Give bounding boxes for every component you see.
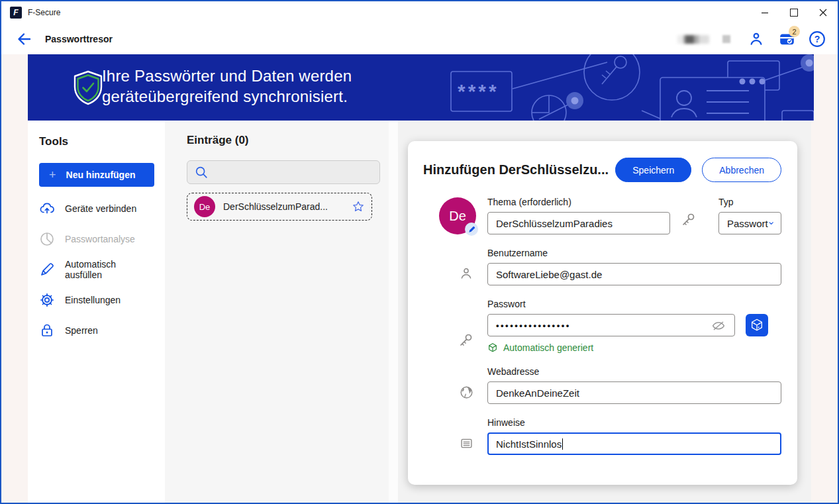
typ-value: Passwort	[727, 218, 768, 229]
entry-list-item[interactable]: De DerSchlüsselzumParad...	[187, 193, 372, 221]
avatar-edit-badge[interactable]	[465, 223, 478, 236]
left-margin	[1, 121, 28, 503]
add-new-button[interactable]: + Neu hinzufügen	[39, 163, 154, 187]
sidebar-item-lock[interactable]: Sperren	[39, 315, 154, 346]
favorite-star-icon[interactable]	[352, 200, 365, 213]
entry-title: DerSchlüsselzumParad...	[223, 201, 344, 212]
text-caret	[562, 438, 563, 450]
password-field[interactable]: ••••••••••••••••	[487, 314, 735, 336]
close-button[interactable]	[809, 1, 838, 24]
search-input[interactable]	[187, 160, 380, 184]
shield-check-icon	[73, 70, 103, 106]
username-row: Benutzername SoftwareLiebe@gast.de	[423, 248, 781, 285]
entry-avatar: De	[194, 196, 215, 217]
toggle-password-visibility[interactable]	[711, 317, 726, 333]
notes-value: NichtIstSinnlos	[496, 438, 562, 450]
blurred-tray-item-small	[722, 35, 730, 43]
web-address-row: Webadresse DenkeAnDeineZeit	[423, 366, 781, 404]
tools-sidebar: Tools + Neu hinzufügen Geräte verbinden	[28, 121, 165, 503]
minimize-icon	[761, 9, 769, 17]
username-label: Benutzername	[487, 248, 781, 258]
cancel-button[interactable]: Abbrechen	[702, 158, 781, 182]
window-controls	[750, 1, 838, 24]
blurred-tray-item	[677, 35, 709, 44]
chevron-down-icon	[768, 219, 774, 228]
thema-field[interactable]: DerSchlüsselzumParadies	[487, 212, 670, 234]
search-icon	[194, 165, 209, 179]
username-field[interactable]: SoftwareLiebe@gast.de	[487, 263, 781, 285]
avatar-initials: De	[449, 209, 466, 224]
auto-generated-hint: Automatisch generiert	[487, 342, 781, 353]
main-area: Tools + Neu hinzufügen Geräte verbinden	[1, 121, 838, 503]
typ-dropdown[interactable]: Passwort	[718, 212, 781, 234]
sidebar-item-settings[interactable]: Einstellungen	[39, 285, 154, 315]
password-masked-value: ••••••••••••••••	[496, 321, 571, 330]
sidebar-heading: Tools	[39, 135, 154, 148]
sidebar-list: Geräte verbinden Passwortanalyse Automat…	[39, 193, 154, 346]
sidebar-item-label: Geräte verbinden	[65, 203, 136, 214]
generate-password-button[interactable]	[746, 314, 768, 336]
cloud-upload-icon	[39, 201, 55, 217]
sidebar-item-connect-devices[interactable]: Geräte verbinden	[39, 193, 154, 224]
right-margin	[811, 121, 838, 503]
notes-icon	[460, 436, 473, 450]
nav-right-group: 2 ?	[677, 30, 826, 48]
web-address-label: Webadresse	[487, 366, 781, 377]
back-arrow-icon[interactable]	[16, 31, 32, 47]
maximize-icon	[790, 9, 798, 17]
pencil-icon	[468, 226, 475, 233]
add-new-label: Neu hinzufügen	[66, 170, 136, 180]
sidebar-item-label: Sperren	[65, 325, 98, 336]
add-entry-dialog: Hinzufügen DerSchlüsselzu... Speichern A…	[408, 141, 797, 485]
maximize-button[interactable]	[779, 1, 809, 24]
svg-text:?: ?	[814, 34, 820, 44]
entries-heading: Einträge (0)	[187, 134, 389, 147]
dice-icon-small	[487, 342, 498, 353]
close-icon	[819, 9, 827, 17]
dialog-header: Hinzufügen DerSchlüsselzu... Speichern A…	[423, 158, 781, 182]
sidebar-item-password-analysis: Passwortanalyse	[39, 224, 154, 254]
sidebar-item-autofill[interactable]: Automatisch ausfüllen	[39, 254, 154, 285]
vault-status-button[interactable]: 2	[778, 30, 795, 48]
notes-field[interactable]: NichtIstSinnlos	[487, 432, 781, 455]
entry-avatar-large[interactable]: De	[439, 197, 476, 234]
dice-icon	[750, 318, 764, 332]
web-address-value: DenkeAnDeineZeit	[496, 387, 579, 399]
web-address-field[interactable]: DenkeAnDeineZeit	[487, 381, 781, 404]
auto-generated-text: Automatisch generiert	[503, 342, 593, 353]
dialog-title: Hinzufügen DerSchlüsselzu...	[423, 162, 609, 177]
sidebar-item-label: Einstellungen	[65, 295, 121, 305]
sync-banner-message: Ihre Passwörter und Daten werden geräteü…	[102, 66, 486, 107]
user-icon	[459, 266, 473, 281]
title-bar: F F-Secure	[1, 1, 838, 24]
globe-icon	[460, 385, 473, 399]
lock-icon	[39, 323, 55, 338]
key-icon	[458, 332, 473, 348]
detail-area: Hinzufügen DerSchlüsselzu... Speichern A…	[398, 121, 811, 503]
thema-value: DerSchlüsselzumParadies	[496, 218, 613, 229]
sidebar-item-label: Passwortanalyse	[65, 234, 135, 244]
password-row: Passwort ••••••••••••••••	[423, 299, 781, 353]
username-value: SoftwareLiebe@gast.de	[496, 269, 602, 280]
entries-panel: Einträge (0) De DerSchlüsselzumParad...	[165, 121, 389, 503]
minimize-button[interactable]	[750, 1, 779, 24]
eye-off-icon	[711, 317, 726, 333]
sync-banner: Ihre Passwörter und Daten werden geräteü…	[28, 54, 814, 121]
password-label: Passwort	[487, 299, 781, 309]
banner-decoration: ****	[443, 54, 814, 121]
nav-bar: Passworttresor 2	[1, 24, 838, 54]
scroll-gutter	[389, 121, 398, 503]
f-secure-logo-icon: F	[10, 7, 22, 19]
deco-password-stars: ****	[458, 80, 499, 102]
save-button[interactable]: Speichern	[615, 158, 691, 182]
sidebar-item-label: Automatisch ausfüllen	[65, 259, 154, 280]
pie-chart-icon	[39, 231, 55, 247]
app-title: F-Secure	[28, 8, 60, 17]
key-icon	[680, 212, 696, 228]
gear-icon	[39, 292, 55, 308]
plus-icon: +	[49, 169, 56, 181]
pen-icon	[39, 262, 55, 277]
help-button[interactable]: ?	[809, 30, 826, 48]
help-icon: ?	[809, 30, 826, 48]
account-button[interactable]	[748, 30, 765, 48]
